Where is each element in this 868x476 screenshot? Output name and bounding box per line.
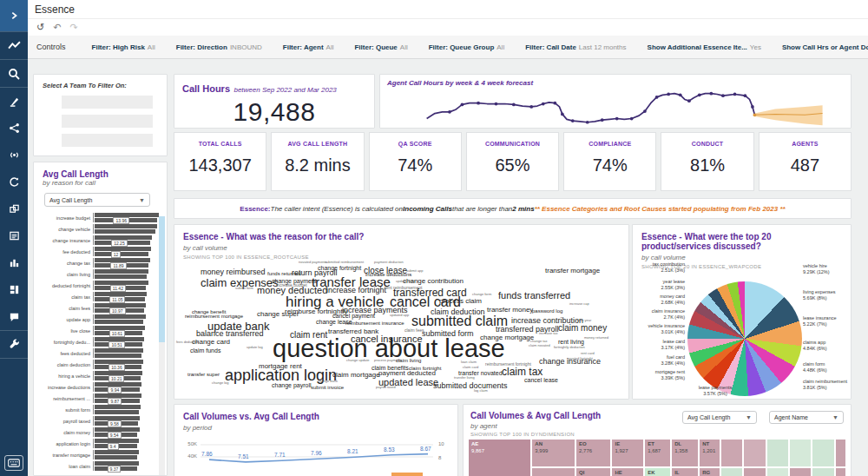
controls-label: Controls [36,43,66,51]
avg-bar-value: 10.21 [108,375,125,382]
treemap-cell[interactable] [790,468,811,476]
cloud-word: money reimbursed [201,268,266,276]
filter-item[interactable]: Show Additional Essence Ite...Yes [648,43,761,51]
avg-bar-row: fees deducted [43,347,161,359]
filter-item[interactable]: Filter: AgentAll [283,43,334,51]
filter-item[interactable]: Filter: Queue GroupAll [429,43,504,51]
redo-icon[interactable]: ↷ [69,23,77,32]
agent-call-count: 2,776 [579,448,592,453]
scrollbar-thumb[interactable] [159,216,165,342]
pie-label-value: 4.48K (6%) [803,367,852,374]
reset-icon[interactable]: ↺ [36,23,44,32]
insights-pen-icon[interactable] [0,88,28,115]
team-option-placeholder[interactable] [62,134,153,147]
avg-bar-row: hiring a vehicle10.21 [43,370,161,381]
avg-bar-chart: increase budget13.96change vehiclechange… [43,212,161,472]
expand-sidebar-icon[interactable] [0,0,28,31]
treemap-cell[interactable]: RG1,159 [700,468,720,476]
agent-metric-dropdown[interactable]: Avg Call Length ▼ [682,411,757,424]
treemap-cell[interactable]: EK1,614 [645,468,670,476]
pie-title: Essence - What were the top 20 product/s… [641,232,842,251]
cloud-word: rent living [558,339,584,345]
pie-slice-label: vehicle insurance3.01K (4%) [633,323,685,335]
report-document-icon[interactable] [0,222,28,249]
cloud-word: change update [346,359,369,362]
undo-icon[interactable]: ↶ [53,23,61,32]
bar-chart-icon[interactable] [0,249,28,276]
treemap-cell[interactable]: AE9,867 [469,440,530,476]
treemap-cell[interactable] [721,468,742,476]
trend-chart-icon[interactable] [0,32,28,59]
treemap-cell[interactable]: HE1,971 [612,468,643,476]
treemap-cell[interactable] [836,440,845,466]
avg-bar-pair: 9.4 [93,439,161,448]
y2-axis-tick: 10 [438,441,444,446]
avg-bar-label: update app [43,317,93,322]
filter-item[interactable]: Filter: DirectionINBOUND [176,43,262,51]
cloud-word: change log [212,381,229,385]
pivot-layers-icon[interactable] [0,195,28,222]
treemap-cell[interactable] [744,468,765,476]
dashboard-layout-icon[interactable] [0,276,28,303]
cloud-word: change card [192,339,230,346]
pie-chart [687,281,802,396]
treemap-cell[interactable]: IL1,344 [672,468,698,476]
pie-label-name: lease payments [685,385,746,391]
note-text: Essence: [240,205,270,213]
filter-item[interactable]: Show Call Hrs or Agent Doll...Hours [782,43,868,51]
pie-label-value: 5.22K (7%) [803,321,852,327]
avg-bar [95,354,141,358]
note-text: The caller intent (Essence) is calculate… [271,205,404,213]
treemap-cell[interactable]: EO2,776 [576,440,610,466]
avg-bar-pair: 12 [93,247,161,256]
agent-name-dropdown[interactable]: Agent Name ▼ [769,411,844,424]
treemap-cell[interactable] [836,468,845,476]
team-option-placeholder[interactable] [62,96,153,109]
filter-item[interactable]: Filter: QueueAll [354,43,407,51]
pie-slice-label: claim insurance2.7K (4%) [633,308,685,321]
treemap-cell[interactable]: IE1,927 [612,440,643,466]
forecast-panel: Agent Call Hours by week & 4 week foreca… [379,74,852,129]
avg-dropdown-value: Avg Call Length [49,197,92,203]
treemap-cell[interactable]: AN3,999 [532,440,575,466]
treemap-cell[interactable]: NT1,201 [700,440,720,466]
avg-bar-pair [93,224,161,234]
filter-item[interactable]: Filter: High RiskAll [92,43,155,51]
search-icon[interactable] [0,60,28,87]
treemap-cell[interactable] [744,440,765,466]
treemap-cell[interactable] [721,440,742,466]
refresh-circle-icon[interactable] [0,169,28,195]
pie-label-name: lease card [633,339,685,345]
filter-item[interactable]: Filter: Call DateLast 12 months [525,43,626,51]
avg-bar-label: reimbursement ... [43,396,93,401]
avg-bar-row: change vehicle [43,223,161,235]
pie-label-name: lease insurance [803,315,852,321]
avg-bar-label: change insurance [43,238,93,243]
team-option-placeholder[interactable] [62,115,153,128]
data-point-label: 7.86 [201,451,213,457]
broadcast-icon[interactable] [0,142,28,169]
avg-bar-label: payroll taxed [43,419,93,424]
avg-metric-dropdown[interactable]: Avg Call Length ▼ [44,193,150,207]
avg-bar-row: claim living [43,268,161,280]
treemap-cell[interactable] [790,440,811,466]
treemap-cell[interactable] [812,468,833,476]
treemap-cell[interactable]: QI [576,468,610,476]
treemap-cell[interactable]: ET1,687 [645,440,670,466]
avg-bar-label: submit form [43,407,93,413]
cloud-word: update log [247,346,263,349]
share-nodes-icon[interactable] [0,115,28,142]
avg-bar-label: loan claim [43,464,93,469]
treemap-cell[interactable]: DL1,358 [672,440,698,466]
pie-label-value: 3.39K (5%) [633,375,685,381]
treemap-cell[interactable] [767,468,788,476]
keyboard-icon[interactable] [4,455,23,471]
treemap-cell[interactable] [812,440,833,466]
treemap-cell[interactable] [532,468,575,476]
comment-icon[interactable] [0,303,28,330]
wrench-icon[interactable] [0,331,28,358]
forecast-line-chart [387,87,844,126]
cloud-word: funds transferred [498,291,570,301]
treemap-cell[interactable] [767,440,788,466]
pie-label-name: vehicle insurance [633,323,685,329]
